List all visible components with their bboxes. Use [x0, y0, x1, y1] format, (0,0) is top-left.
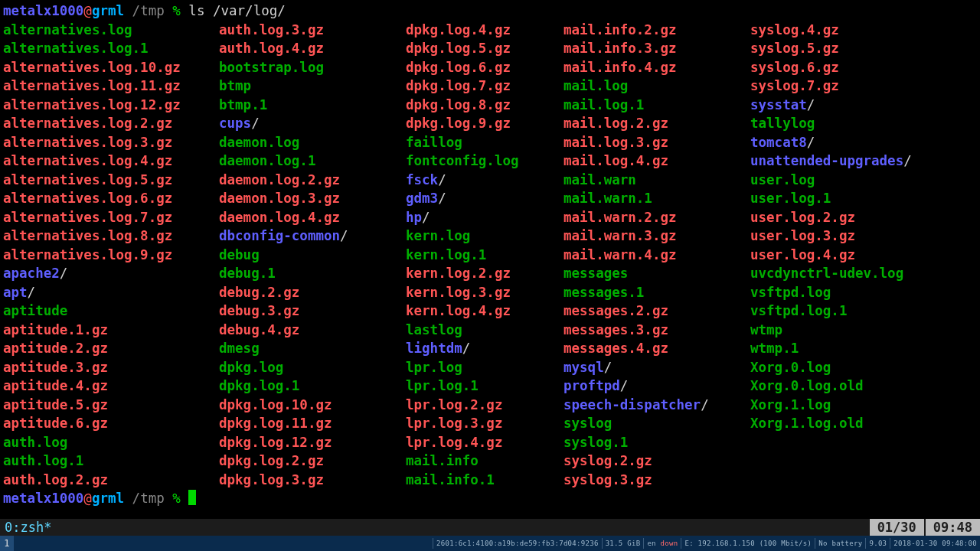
prompt-line-1: metalx1000@grml /tmp % ls /var/log/	[3, 2, 977, 21]
status-eth-ip: E: 192.168.1.150 (100 Mbit/s)	[681, 538, 815, 549]
file-entry: alternatives.log.9.gz	[3, 246, 219, 265]
file-entry: aptitude.1.gz	[3, 321, 219, 340]
prompt-user: metalx1000	[3, 491, 83, 506]
file-entry: daemon.log.2.gz	[219, 171, 406, 190]
file-entry: kern.log.3.gz	[406, 283, 564, 302]
file-entry: messages.4.gz	[564, 339, 750, 358]
file-entry: mail.log.1	[564, 96, 750, 115]
status-battery: No battery	[815, 538, 865, 549]
file-entry: speech-dispatcher/	[564, 396, 750, 415]
file-entry: mail.warn.2.gz	[564, 208, 750, 227]
file-entry: alternatives.log	[3, 21, 219, 40]
file-entry: mail.info.4.gz	[564, 58, 750, 77]
file-entry: kern.log	[406, 227, 564, 246]
file-entry: alternatives.log.6.gz	[3, 189, 219, 208]
file-entry: proftpd/	[564, 377, 750, 396]
file-entry: syslog.5.gz	[750, 39, 977, 58]
file-entry: aptitude.3.gz	[3, 358, 219, 377]
file-entry: vsftpd.log.1	[750, 302, 977, 321]
file-entry: alternatives.log.4.gz	[3, 152, 219, 171]
file-entry: dpkg.log.9.gz	[406, 114, 564, 133]
file-entry: user.log.4.gz	[750, 246, 977, 265]
file-entry: lightdm/	[406, 339, 564, 358]
file-entry: syslog.4.gz	[750, 21, 977, 40]
file-entry: mail.info.2.gz	[564, 21, 750, 40]
prompt-at: @	[83, 491, 92, 506]
workspace-indicator[interactable]: 1	[0, 536, 14, 551]
file-entry: mail.log.2.gz	[564, 114, 750, 133]
file-entry: dpkg.log.7.gz	[406, 77, 564, 96]
file-entry: debug.1	[219, 264, 406, 283]
file-entry: mail.warn.3.gz	[564, 227, 750, 246]
file-entry: dpkg.log.4.gz	[406, 21, 564, 40]
file-entry: dpkg.log.12.gz	[219, 433, 406, 452]
ls-column: mail.info.2.gzmail.info.3.gzmail.info.4.…	[564, 21, 750, 490]
prompt-host: grml	[92, 3, 124, 18]
status-eth-state: en down	[643, 538, 681, 549]
file-entry: syslog.7.gz	[750, 77, 977, 96]
file-entry: aptitude.6.gz	[3, 414, 219, 433]
file-entry: daemon.log	[219, 133, 406, 152]
file-entry: daemon.log.3.gz	[219, 189, 406, 208]
file-entry: syslog	[564, 414, 750, 433]
file-entry: cups/	[219, 114, 406, 133]
file-entry: syslog.2.gz	[564, 452, 750, 471]
prompt-line-2: metalx1000@grml /tmp %	[3, 489, 977, 508]
file-entry: auth.log.3.gz	[219, 21, 406, 40]
file-entry: mail.log.3.gz	[564, 133, 750, 152]
file-entry: faillog	[406, 133, 564, 152]
file-entry: mysql/	[564, 358, 750, 377]
file-entry: sysstat/	[750, 96, 977, 115]
file-entry: aptitude	[3, 302, 219, 321]
terminal-content[interactable]: metalx1000@grml /tmp % ls /var/log/ alte…	[0, 0, 980, 508]
file-entry: syslog.6.gz	[750, 58, 977, 77]
file-entry: dpkg.log.3.gz	[219, 471, 406, 490]
file-entry: aptitude.2.gz	[3, 339, 219, 358]
file-entry: dpkg.log.1	[219, 377, 406, 396]
prompt-cwd: /tmp	[124, 491, 172, 506]
ls-column: alternatives.logalternatives.log.1altern…	[3, 21, 219, 490]
file-entry: tomcat8/	[750, 133, 977, 152]
file-entry: debug	[219, 246, 406, 265]
file-entry: user.log.2.gz	[750, 208, 977, 227]
tmux-status-date: 01/30	[868, 519, 924, 536]
file-entry: Xorg.1.log.old	[750, 414, 977, 433]
file-entry: dpkg.log.11.gz	[219, 414, 406, 433]
file-entry: tallylog	[750, 114, 977, 133]
file-entry: apache2/	[3, 264, 219, 283]
file-entry: wtmp	[750, 321, 977, 340]
file-entry: lpr.log.1	[406, 377, 564, 396]
file-entry: messages	[564, 264, 750, 283]
file-entry: daemon.log.4.gz	[219, 208, 406, 227]
tmux-statusbar: 0:zsh* 01/30 09:48	[0, 519, 980, 536]
file-entry: syslog.3.gz	[564, 471, 750, 490]
status-ipv6: 2601:6c1:4100:a19b:de59:fb3:7d04:9236	[433, 538, 602, 549]
file-entry: kern.log.2.gz	[406, 264, 564, 283]
status-load: 9.03	[865, 538, 890, 549]
file-entry: btmp	[219, 77, 406, 96]
file-entry: gdm3/	[406, 189, 564, 208]
i3-statusbar: 1 2601:6c1:4100:a19b:de59:fb3:7d04:9236 …	[0, 536, 980, 551]
file-entry: dbconfig-common/	[219, 227, 406, 246]
file-entry: auth.log	[3, 433, 219, 452]
file-entry: dpkg.log.6.gz	[406, 58, 564, 77]
ls-column: dpkg.log.4.gzdpkg.log.5.gzdpkg.log.6.gzd…	[406, 21, 564, 490]
file-entry: dpkg.log.2.gz	[219, 452, 406, 471]
file-entry: mail.warn.4.gz	[564, 246, 750, 265]
file-entry: mail.info.3.gz	[564, 39, 750, 58]
status-datetime: 2018-01-30 09:48:00	[890, 538, 980, 549]
file-entry: auth.log.4.gz	[219, 39, 406, 58]
file-entry: dpkg.log.8.gz	[406, 96, 564, 115]
file-entry: user.log	[750, 171, 977, 190]
ls-column: auth.log.3.gzauth.log.4.gzbootstrap.logb…	[219, 21, 406, 490]
file-entry: aptitude.4.gz	[3, 377, 219, 396]
file-entry: hp/	[406, 208, 564, 227]
terminal-window[interactable]: metalx1000@grml /tmp % ls /var/log/ alte…	[0, 0, 980, 551]
file-entry: fsck/	[406, 171, 564, 190]
prompt-cwd: /tmp	[124, 3, 172, 18]
status-disk: 31.5 GiB	[602, 538, 644, 549]
file-entry: alternatives.log.1	[3, 39, 219, 58]
file-entry: user.log.1	[750, 189, 977, 208]
file-entry: lpr.log.4.gz	[406, 433, 564, 452]
file-entry: vsftpd.log	[750, 283, 977, 302]
